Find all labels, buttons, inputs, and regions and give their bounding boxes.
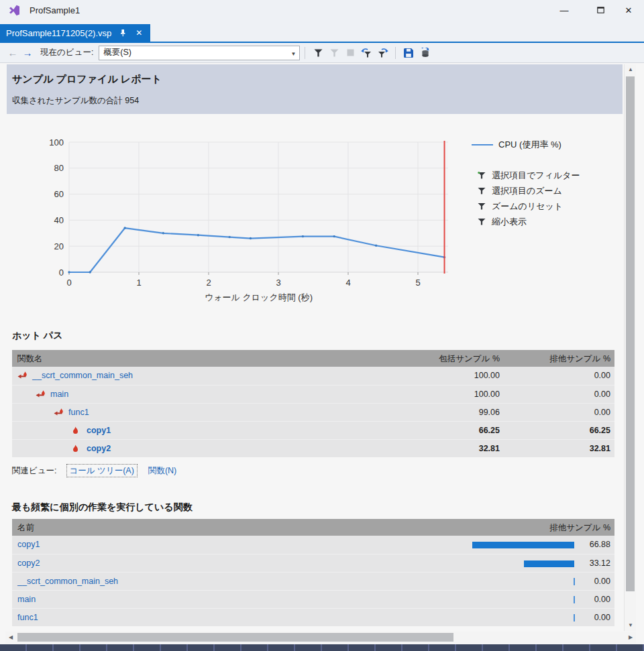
- clear-filter-button-disabled[interactable]: [326, 46, 342, 60]
- column-name[interactable]: 名前: [17, 522, 34, 534]
- horizontal-scrollbar[interactable]: ◀ ▶: [5, 632, 636, 644]
- function-link[interactable]: func1: [17, 613, 38, 622]
- zero-bar-tick: [574, 614, 575, 622]
- filter-funnel-icon: [478, 202, 486, 210]
- function-link[interactable]: main: [17, 595, 36, 604]
- horizontal-scrollbar-thumb[interactable]: [17, 633, 453, 642]
- chart-action-2[interactable]: 選択項目のズーム: [478, 183, 580, 198]
- undo-filter-button[interactable]: [358, 46, 374, 60]
- exclusive-value: 66.88: [590, 540, 610, 549]
- related-view-link-1[interactable]: コール ツリー(A): [66, 464, 138, 477]
- top-function-row[interactable]: copy166.88: [12, 536, 614, 554]
- top-function-row[interactable]: __scrt_common_main_seh0.00: [12, 572, 614, 590]
- exclusive-value: 0.00: [594, 408, 610, 417]
- function-link[interactable]: copy1: [17, 540, 40, 549]
- chart-action-4[interactable]: 縮小表示: [478, 214, 580, 229]
- export-data-button[interactable]: [417, 46, 433, 60]
- top-functions-table-body: copy166.88copy233.12__scrt_common_main_s…: [12, 536, 614, 626]
- exclusive-samples-bar: [524, 560, 575, 567]
- exclusive-value: 0.00: [594, 390, 610, 399]
- top-function-row[interactable]: copy233.12: [12, 554, 614, 572]
- hotpath-arrow-icon: [54, 408, 64, 416]
- title-bar: ProfSample1 — ✕: [0, 0, 644, 20]
- hot-path-table-body: __scrt_common_main_seh100.000.00 main100…: [12, 367, 614, 457]
- minimize-button[interactable]: —: [549, 0, 580, 20]
- navigate-forward-icon[interactable]: →: [20, 47, 35, 58]
- scroll-right-icon[interactable]: ▶: [625, 632, 636, 644]
- column-inclusive-samples[interactable]: 包括サンプル %: [439, 353, 500, 365]
- data-point: [333, 235, 335, 237]
- maximize-button[interactable]: [585, 0, 616, 20]
- function-link[interactable]: copy2: [87, 444, 111, 453]
- function-link[interactable]: func1: [68, 408, 89, 417]
- scroll-down-icon[interactable]: ▼: [625, 620, 637, 631]
- function-link[interactable]: copy2: [17, 558, 40, 568]
- related-views-label: 関連ビュー:: [12, 465, 57, 477]
- view-select[interactable]: 概要(S) ▼: [99, 46, 300, 60]
- related-view-link-2[interactable]: 関数(N): [148, 466, 176, 475]
- data-point: [162, 232, 164, 234]
- scroll-up-icon[interactable]: ▲: [625, 64, 637, 75]
- filter-funnel-icon: [478, 218, 486, 225]
- function-link[interactable]: copy1: [87, 426, 111, 435]
- chart-action-label: ズームのリセット: [492, 200, 563, 213]
- chart-action-label: 選択項目のズーム: [492, 185, 562, 197]
- pin-icon[interactable]: [119, 29, 127, 38]
- legend-line-sample: [472, 144, 493, 145]
- cpu-usage-chart[interactable]: 020406080100012345ウォール クロック時間 (秒): [40, 134, 470, 312]
- function-link[interactable]: __scrt_common_main_seh: [17, 577, 118, 586]
- hotpath-arrow-icon: [36, 390, 46, 398]
- redo-filter-button[interactable]: [374, 46, 390, 60]
- stop-button-disabled[interactable]: [342, 46, 358, 60]
- tab-profsample-vsp[interactable]: ProfSample1171205(2).vsp ✕: [0, 24, 150, 42]
- flame-icon: [72, 426, 79, 435]
- column-exclusive-samples[interactable]: 排他サンプル %: [549, 353, 610, 365]
- inclusive-value: 100.00: [474, 371, 500, 380]
- hotpath-arrow-icon: [17, 371, 28, 381]
- taskbar-edge: [0, 644, 644, 651]
- filter-funnel-icon: [478, 187, 486, 194]
- filter-button[interactable]: [310, 46, 326, 60]
- data-point: [124, 227, 126, 229]
- vertical-scrollbar[interactable]: ▲ ▼: [624, 64, 636, 631]
- current-view-label: 現在のビュー:: [40, 47, 93, 58]
- hot-path-row[interactable]: __scrt_common_main_seh100.000.00: [12, 367, 614, 385]
- document-tab-strip: ProfSample1171205(2).vsp ✕ ▼: [0, 20, 644, 42]
- scroll-left-icon[interactable]: ◀: [5, 632, 16, 644]
- top-function-row[interactable]: func10.00: [12, 608, 614, 626]
- hotpath-arrow-icon: [54, 408, 64, 418]
- visual-studio-logo-icon: [9, 5, 20, 16]
- maximize-icon: [597, 7, 604, 13]
- function-link[interactable]: main: [50, 390, 68, 399]
- chart-action-links: 選択項目でフィルター 選択項目のズーム ズームのリセット 縮小表示: [478, 168, 580, 229]
- inclusive-value: 100.00: [474, 390, 500, 399]
- chart-action-1[interactable]: 選択項目でフィルター: [478, 168, 580, 183]
- close-button[interactable]: ✕: [613, 0, 644, 20]
- exclusive-value: 32.81: [590, 444, 610, 453]
- exclusive-value: 0.00: [594, 371, 610, 380]
- y-tick-label: 60: [54, 189, 64, 199]
- tab-close-icon[interactable]: ✕: [134, 28, 144, 38]
- column-function-name[interactable]: 関数名: [17, 353, 43, 365]
- vertical-scrollbar-thumb[interactable]: [626, 76, 635, 591]
- x-tick-label: 2: [206, 278, 211, 288]
- hot-path-row[interactable]: copy166.2566.25: [12, 421, 614, 439]
- column-exclusive-samples[interactable]: 排他サンプル %: [549, 522, 610, 534]
- chart-action-3[interactable]: ズームのリセット: [478, 198, 580, 214]
- toolbar-separator: [305, 47, 305, 59]
- chart-action-label: 選択項目でフィルター: [492, 170, 580, 182]
- top-function-row[interactable]: main0.00: [12, 590, 614, 608]
- hot-path-row[interactable]: main100.000.00: [12, 385, 614, 403]
- hot-path-row[interactable]: copy232.8132.81: [12, 439, 614, 457]
- x-tick-label: 0: [66, 278, 71, 288]
- navigate-back-icon[interactable]: ←: [5, 47, 20, 58]
- inclusive-value: 99.06: [479, 408, 500, 417]
- save-analysis-button[interactable]: [400, 46, 417, 60]
- data-point: [302, 235, 304, 237]
- window-title: ProfSample1: [30, 5, 80, 15]
- exclusive-value: 0.00: [594, 577, 610, 586]
- y-tick-label: 80: [54, 163, 64, 173]
- hot-path-row[interactable]: func199.060.00: [12, 403, 614, 421]
- zero-bar-tick: [574, 578, 575, 585]
- function-link[interactable]: __scrt_common_main_seh: [32, 371, 133, 380]
